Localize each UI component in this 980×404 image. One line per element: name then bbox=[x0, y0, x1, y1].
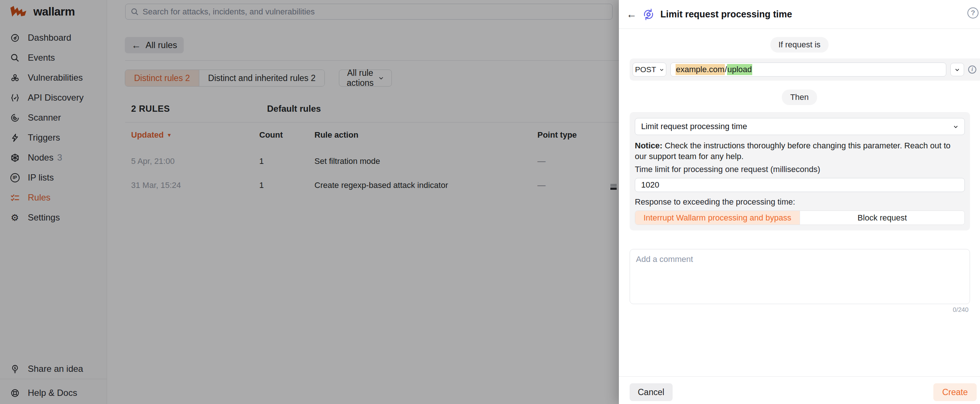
drawer-title: Limit request processing time bbox=[660, 9, 792, 20]
rule-drawer: ← Limit request processing time ? If req… bbox=[619, 0, 980, 404]
notice-body: Check the instructions thoroughly before… bbox=[635, 141, 950, 161]
option-interrupt-bypass[interactable]: Interrupt Wallarm processing and bypass bbox=[635, 211, 800, 225]
info-icon[interactable]: i bbox=[968, 65, 976, 74]
create-button[interactable]: Create bbox=[933, 383, 977, 401]
comment-field-wrap bbox=[630, 249, 970, 304]
drawer-back-button[interactable]: ← bbox=[626, 9, 637, 20]
comment-textarea[interactable] bbox=[630, 249, 970, 304]
chevron-down-icon bbox=[953, 124, 959, 130]
add-condition-dropdown[interactable] bbox=[950, 63, 964, 76]
chevron-down-icon bbox=[955, 67, 960, 73]
response-mode-toggle: Interrupt Wallarm processing and bypass … bbox=[635, 211, 965, 225]
limit-processing-time-icon bbox=[642, 8, 655, 21]
response-mode-label: Response to exceeding the processing tim… bbox=[635, 197, 795, 207]
request-condition-box: POST example.com/upload i bbox=[630, 59, 980, 81]
chevron-down-icon bbox=[659, 67, 664, 72]
rule-action-select[interactable]: Limit request processing time bbox=[635, 118, 965, 135]
time-limit-input[interactable] bbox=[635, 178, 965, 192]
then-pill: Then bbox=[782, 90, 817, 105]
footer-divider bbox=[619, 376, 980, 377]
if-request-pill: If request is bbox=[770, 37, 829, 52]
comment-char-counter: 0/240 bbox=[953, 306, 969, 314]
http-method-value: POST bbox=[635, 65, 656, 74]
rule-action-value: Limit request processing time bbox=[641, 122, 747, 131]
uri-host-token: example.com bbox=[676, 64, 725, 75]
if-request-row: If request is bbox=[619, 37, 980, 52]
rule-action-box: Limit request processing time Notice: Ch… bbox=[630, 112, 970, 230]
time-limit-label: Time limit for processing one request (m… bbox=[635, 165, 820, 174]
help-icon[interactable]: ? bbox=[967, 7, 978, 19]
option-block-request[interactable]: Block request bbox=[800, 211, 964, 225]
modal-backdrop[interactable] bbox=[0, 0, 619, 404]
drawer-header: ← Limit request processing time ? bbox=[619, 0, 980, 29]
notice-label: Notice: bbox=[635, 141, 663, 150]
then-row: Then bbox=[619, 90, 980, 105]
http-method-select[interactable]: POST bbox=[633, 63, 666, 77]
uri-path-token: upload bbox=[727, 64, 752, 75]
notice-text: Notice: Check the instructions thoroughl… bbox=[635, 140, 963, 162]
cancel-button[interactable]: Cancel bbox=[630, 383, 673, 401]
request-uri-input[interactable]: example.com/upload bbox=[670, 63, 946, 77]
